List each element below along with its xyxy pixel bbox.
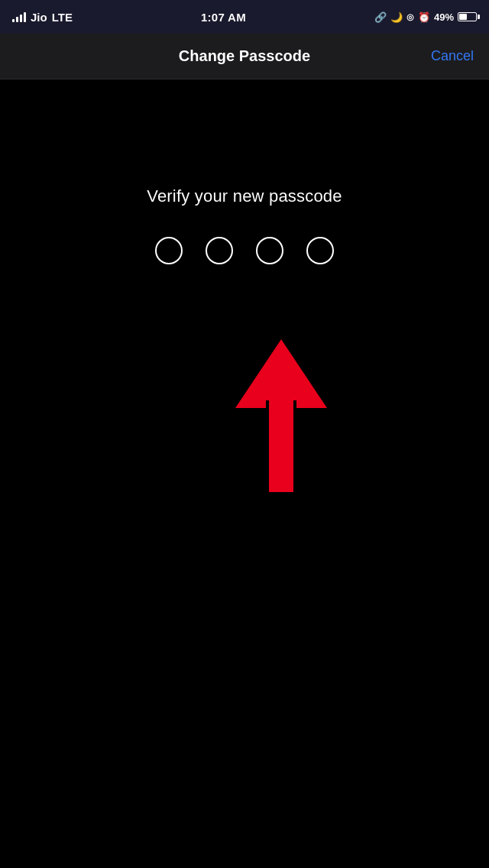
passcode-dot-1: [155, 237, 183, 264]
signal-icon: [12, 11, 26, 22]
battery-icon: [458, 12, 477, 21]
main-content: Verify your new passcode: [0, 79, 489, 868]
status-left: Jio LTE: [12, 11, 73, 24]
status-right: 🔗 🌙 ◎ ⏰ 49%: [374, 11, 477, 23]
location-icon: ◎: [406, 12, 414, 22]
svg-rect-0: [269, 400, 293, 492]
carrier-label: Jio: [31, 11, 47, 24]
svg-marker-1: [235, 339, 327, 408]
status-time: 1:07 AM: [201, 11, 246, 24]
battery-percent: 49%: [434, 11, 454, 23]
red-arrow-svg: [235, 339, 327, 507]
passcode-dot-2: [206, 237, 233, 264]
nav-bar: Change Passcode Cancel: [0, 34, 489, 79]
passcode-dot-3: [256, 237, 283, 264]
moon-icon: 🌙: [390, 11, 403, 23]
passcode-dot-4: [306, 237, 334, 264]
network-label: LTE: [52, 11, 73, 24]
arrow-indicator: [235, 339, 327, 510]
status-bar: Jio LTE 1:07 AM 🔗 🌙 ◎ ⏰ 49%: [0, 0, 489, 34]
alarm-icon: ⏰: [418, 11, 430, 23]
passcode-dots: [155, 237, 334, 264]
verify-prompt: Verify your new passcode: [147, 186, 342, 206]
link-icon: 🔗: [374, 11, 387, 23]
cancel-button[interactable]: Cancel: [420, 48, 474, 64]
page-title: Change Passcode: [69, 47, 420, 65]
